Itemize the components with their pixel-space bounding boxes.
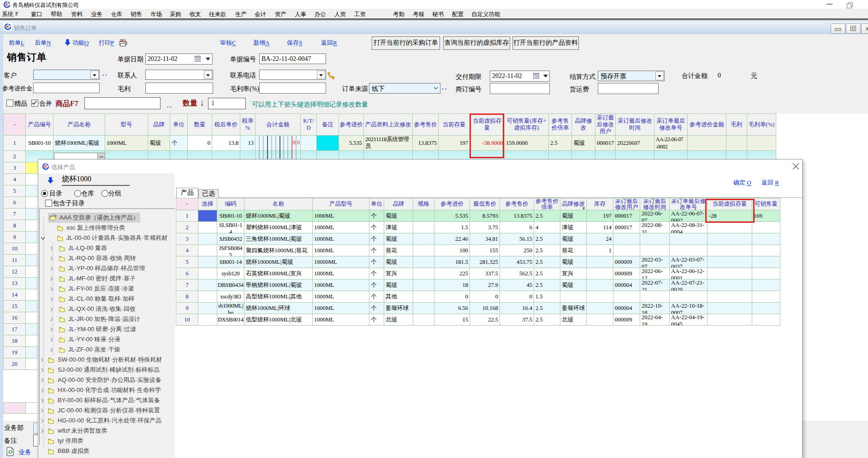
svg-text:0: 0: [297, 139, 300, 146]
svg-text:0: 0: [293, 139, 296, 146]
